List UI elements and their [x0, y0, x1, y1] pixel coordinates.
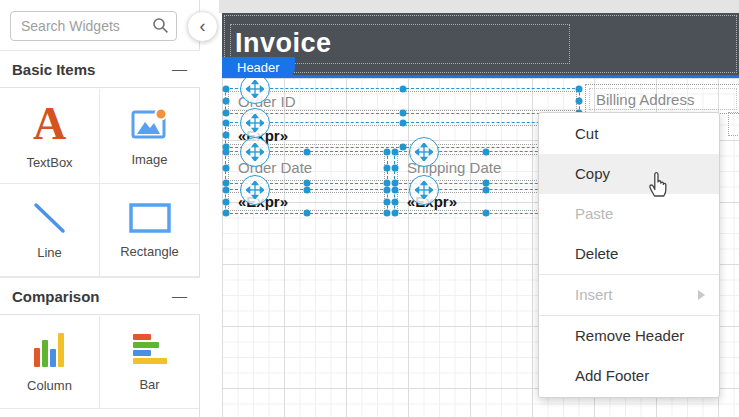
resize-handle[interactable] [303, 149, 310, 156]
widget-label: TextBox [26, 155, 72, 170]
resize-handle[interactable] [223, 187, 230, 194]
move-icon [415, 181, 433, 199]
widget-label: Column [27, 378, 72, 393]
resize-handle[interactable] [223, 180, 230, 187]
resize-handle[interactable] [303, 180, 310, 187]
move-handle[interactable] [240, 175, 270, 205]
textbox-border: Order ID [228, 91, 577, 111]
textbox-border: «Expr» [228, 125, 577, 145]
textbox-text: Billing Address [596, 91, 694, 108]
widget-label: Bar [139, 377, 159, 392]
move-icon [246, 181, 264, 199]
resize-handle[interactable] [384, 149, 391, 156]
menu-item-copy[interactable]: Copy [539, 154, 719, 194]
resize-handle[interactable] [483, 180, 490, 187]
report-designer-app: Basic Items — A TextBox Image Line R [0, 0, 739, 417]
resize-handle[interactable] [223, 110, 230, 117]
resize-handle[interactable] [576, 86, 583, 93]
move-handle[interactable] [240, 74, 270, 104]
resize-handle[interactable] [223, 132, 230, 139]
sidebar-collapse-button[interactable]: ‹ [187, 11, 218, 42]
textbox-order-id-expr[interactable]: «Expr» [225, 122, 580, 148]
resize-handle[interactable] [384, 198, 391, 205]
resize-handle[interactable] [223, 120, 230, 127]
textbox-border: Billing Address [589, 88, 737, 110]
context-menu: Cut Copy Paste Delete Insert Remove Head… [538, 112, 720, 398]
band-tab-label: Header [237, 60, 280, 75]
resize-handle[interactable] [223, 98, 230, 105]
resize-handle[interactable] [223, 210, 230, 217]
resize-handle[interactable] [384, 164, 391, 171]
resize-handle[interactable] [223, 149, 230, 156]
section-title: Basic Items [12, 51, 95, 88]
section-header-comparison[interactable]: Comparison — [0, 277, 200, 315]
bar-chart-icon [130, 332, 170, 368]
submenu-arrow-icon [698, 290, 705, 300]
resize-handle[interactable] [223, 164, 230, 171]
move-icon [246, 143, 264, 161]
line-icon [30, 200, 70, 236]
textbox-partial[interactable] [728, 112, 739, 136]
resize-handle[interactable] [392, 149, 399, 156]
move-handle[interactable] [409, 137, 439, 167]
menu-item-delete[interactable]: Delete [539, 234, 719, 274]
menu-item-cut[interactable]: Cut [539, 114, 719, 154]
search-widgets-box [10, 11, 177, 41]
textbox-order-id[interactable]: Order ID [225, 88, 580, 114]
resize-handle[interactable] [384, 180, 391, 187]
move-handle[interactable] [240, 108, 270, 138]
resize-handle[interactable] [399, 144, 406, 151]
collapse-section-icon[interactable]: — [172, 51, 187, 86]
section-title: Comparison [12, 278, 100, 315]
resize-handle[interactable] [392, 210, 399, 217]
resize-handle[interactable] [399, 86, 406, 93]
textbox-order-date-expr[interactable]: «Expr» [225, 189, 388, 214]
resize-handle[interactable] [483, 210, 490, 217]
menu-item-label: Insert [575, 286, 613, 303]
report-header-band[interactable]: Invoice [222, 13, 739, 75]
widget-textbox[interactable]: A TextBox [0, 89, 100, 184]
menu-item-insert: Insert [539, 275, 719, 315]
widget-label: Line [37, 245, 62, 260]
resize-handle[interactable] [303, 210, 310, 217]
widget-label: Rectangle [120, 244, 179, 259]
widget-line[interactable]: Line [0, 184, 100, 277]
move-handle[interactable] [409, 175, 439, 205]
widget-bar-chart[interactable]: Bar [100, 316, 199, 409]
resize-handle[interactable] [399, 110, 406, 117]
rectangle-icon [128, 201, 172, 235]
resize-handle[interactable] [303, 187, 310, 194]
resize-handle[interactable] [384, 210, 391, 217]
resize-handle[interactable] [483, 149, 490, 156]
menu-item-paste: Paste [539, 194, 719, 234]
widget-rectangle[interactable]: Rectangle [100, 184, 199, 277]
resize-handle[interactable] [576, 98, 583, 105]
resize-handle[interactable] [483, 187, 490, 194]
move-handle[interactable] [240, 137, 270, 167]
section-header-basic-items[interactable]: Basic Items — [0, 50, 200, 88]
resize-handle[interactable] [223, 86, 230, 93]
image-icon [130, 105, 170, 143]
move-icon [415, 143, 433, 161]
textbox-billing-address[interactable]: Billing Address [585, 84, 739, 114]
resize-handle[interactable] [392, 198, 399, 205]
column-chart-icon [30, 331, 70, 369]
move-icon [246, 114, 264, 132]
textbox-icon: A [33, 102, 66, 146]
widget-sidebar: Basic Items — A TextBox Image Line R [0, 0, 200, 417]
menu-item-add-footer[interactable]: Add Footer [539, 356, 719, 396]
resize-handle[interactable] [399, 120, 406, 127]
resize-handle[interactable] [384, 187, 391, 194]
widget-column-chart[interactable]: Column [0, 316, 100, 409]
header-band-tab[interactable]: Header [222, 57, 295, 78]
collapse-section-icon[interactable]: — [172, 278, 187, 313]
widget-label: Image [131, 152, 167, 167]
menu-item-remove-header[interactable]: Remove Header [539, 316, 719, 356]
widget-image[interactable]: Image [100, 89, 199, 184]
resize-handle[interactable] [392, 164, 399, 171]
resize-handle[interactable] [392, 180, 399, 187]
resize-handle[interactable] [392, 187, 399, 194]
canvas-top-margin [219, 0, 739, 13]
resize-handle[interactable] [223, 198, 230, 205]
search-icon [152, 17, 169, 34]
